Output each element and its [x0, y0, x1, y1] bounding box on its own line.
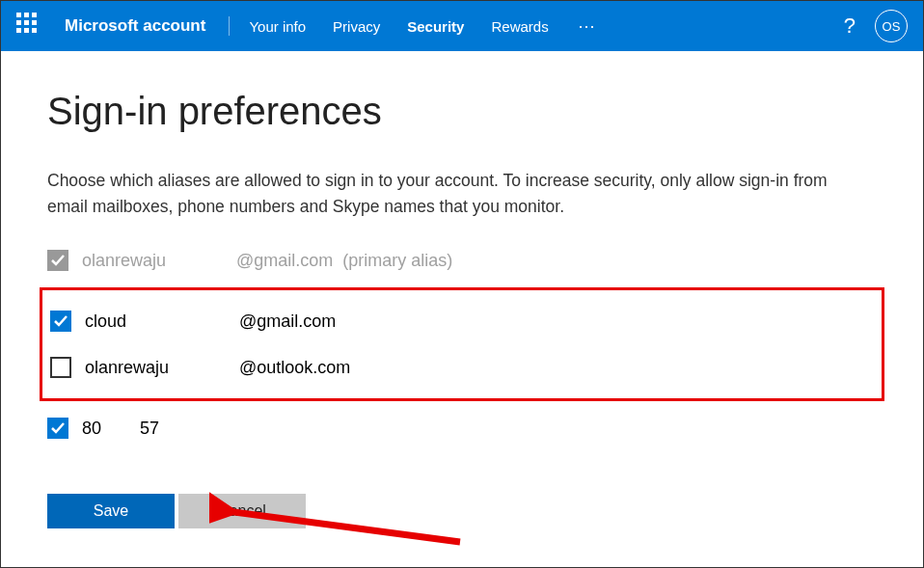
check-icon	[50, 253, 66, 268]
avatar[interactable]: OS	[875, 10, 908, 42]
nav-your-info[interactable]: Your info	[249, 18, 306, 35]
check-icon	[50, 420, 66, 436]
checkbox-primary	[47, 250, 68, 271]
checkbox-alias-outlook[interactable]	[50, 357, 71, 378]
checkbox-alias-cloud[interactable]	[50, 311, 71, 332]
checkbox-phone[interactable]	[47, 418, 68, 439]
alias-domain: @gmail.com	[236, 251, 333, 271]
highlight-annotation: cloud @gmail.com olanrewaju @outlook.com	[40, 287, 884, 401]
main-content: Sign-in preferences Choose which aliases…	[1, 51, 923, 567]
alias-local: olanrewaju	[82, 251, 236, 271]
alias-primary-row: olanrewaju @gmail.com (primary alias)	[47, 237, 877, 284]
primary-tag: (primary alias)	[342, 251, 452, 271]
nav-privacy[interactable]: Privacy	[333, 18, 380, 35]
button-row: Save Cancel	[47, 494, 877, 528]
phone-fragment-a: 80	[82, 419, 101, 439]
alias-row: cloud @gmail.com	[50, 298, 874, 344]
more-icon[interactable]: ⋯	[578, 15, 597, 37]
alias-list: olanrewaju @gmail.com (primary alias) cl…	[47, 237, 877, 451]
alias-domain: @outlook.com	[239, 358, 350, 378]
alias-local: olanrewaju	[85, 358, 239, 378]
brand-label[interactable]: Microsoft account	[65, 16, 230, 36]
phone-fragment-b: 57	[140, 419, 159, 439]
cancel-button[interactable]: Cancel	[178, 494, 306, 528]
alias-local: cloud	[85, 311, 239, 332]
main-nav: Your info Privacy Security Rewards	[249, 18, 548, 35]
alias-row: olanrewaju @outlook.com	[50, 344, 874, 391]
page-title: Sign-in preferences	[47, 90, 877, 133]
app-launcher-icon[interactable]	[16, 13, 43, 40]
nav-rewards[interactable]: Rewards	[491, 18, 548, 35]
nav-security[interactable]: Security	[407, 18, 464, 35]
help-icon[interactable]: ?	[844, 14, 856, 39]
check-icon	[53, 313, 68, 329]
save-button[interactable]: Save	[47, 494, 175, 528]
page-description: Choose which aliases are allowed to sign…	[47, 168, 848, 220]
app-header: Microsoft account Your info Privacy Secu…	[1, 1, 923, 51]
alias-phone-row: 80 57	[47, 405, 877, 451]
alias-domain: @gmail.com	[239, 311, 336, 332]
